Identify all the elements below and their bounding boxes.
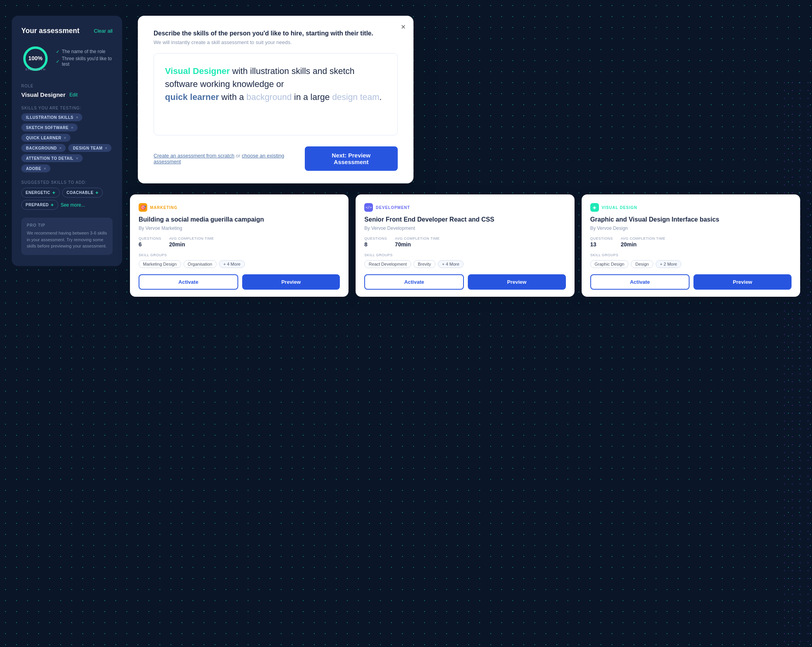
add-energetic-icon[interactable]: +	[52, 190, 56, 196]
clear-all-button[interactable]: Clear all	[94, 28, 113, 34]
skill-tag-adobe[interactable]: ADOBE ×	[21, 165, 50, 172]
questions-value-dev: 8	[364, 241, 387, 248]
card-title-marketing: Building a social media guerilla campaig…	[139, 216, 340, 224]
card-title-design: Graphic and Visual Design Interface basi…	[590, 216, 792, 224]
skill-group-tags-marketing: Marketing Design Organisation + 4 More	[139, 260, 340, 268]
sidebar: Your assessment Clear all 100% STRENGTH …	[12, 16, 122, 266]
remove-background-icon[interactable]: ×	[59, 146, 62, 150]
preview-button-design[interactable]: Preview	[693, 274, 792, 290]
card-development: </> DEVELOPMENT Senior Front End Develop…	[356, 194, 574, 297]
skill-group-tags-dev: React Development Brevity + 4 More	[364, 260, 565, 268]
see-more-button[interactable]: See more...	[61, 200, 85, 210]
role-section: ROLE Visual Designer Edit	[21, 84, 113, 98]
card-stats-design: QUESTIONS 13 AVG COMPLETION TIME 20min	[590, 237, 792, 248]
suggested-tags: ENERGETIC + COACHABLE + PREPARED + See m…	[21, 188, 113, 210]
completion-value: 20min	[169, 241, 214, 248]
skill-group-tags-design: Graphic Design Design + 2 More	[590, 260, 792, 268]
suggested-coachable[interactable]: COACHABLE +	[62, 188, 103, 198]
skill-tag-attention[interactable]: ATTENTION TO DETAIL ×	[21, 154, 83, 162]
footer-links: Create an assessment from scratch or cho…	[154, 153, 305, 165]
remove-adobe-icon[interactable]: ×	[44, 166, 46, 171]
skill-group-tag-brevity: Brevity	[413, 260, 436, 268]
pro-tip-box: PRO TIP We recommend having between 3-6 …	[21, 218, 113, 255]
text-background: background	[247, 92, 292, 102]
progress-section: 100% STRENGTH ✓ The name of the role ✓ T…	[21, 44, 113, 73]
completion-stat-design: AVG COMPLETION TIME 20min	[621, 237, 666, 248]
marketing-label: MARKETING	[150, 205, 178, 210]
check-icon-1: ✓	[56, 49, 59, 54]
suggested-energetic[interactable]: ENERGETIC +	[21, 188, 60, 198]
progress-circle: 100% STRENGTH	[21, 44, 50, 73]
modal-subtitle: We will instantly create a skill assessm…	[154, 39, 398, 45]
suggested-prepared[interactable]: PREPARED +	[21, 200, 58, 210]
skill-group-tag-1: Marketing Design	[139, 260, 181, 268]
more-tag-design[interactable]: + 2 More	[656, 260, 682, 268]
remove-quick-learner-icon[interactable]: ×	[64, 135, 67, 140]
skill-description-text-box[interactable]: Visual Designer with illustration skills…	[154, 53, 398, 135]
checklist-item-2: ✓ Three skills you'd like to test	[56, 56, 113, 67]
skills-section: SKILLS YOU ARE TESTING: ILLUSTRATION SKI…	[21, 106, 113, 172]
completion-value-design: 20min	[621, 241, 666, 248]
create-from-scratch-link[interactable]: Create an assessment from scratch	[154, 153, 234, 159]
text-visual-designer: Visual Designer	[165, 66, 230, 76]
card-author-marketing: By Vervoe Marketing	[139, 226, 340, 231]
add-prepared-icon[interactable]: +	[51, 202, 54, 208]
sidebar-header: Your assessment Clear all	[21, 27, 113, 35]
design-label: VISUAL DESIGN	[602, 205, 638, 210]
card-category-dev: </> DEVELOPMENT	[364, 203, 565, 212]
completion-value-dev: 70min	[395, 241, 440, 248]
preview-button-marketing[interactable]: Preview	[242, 274, 340, 290]
skill-tag-design-team[interactable]: DESIGN TEAM ×	[68, 144, 111, 152]
remove-sketch-icon[interactable]: ×	[71, 125, 74, 130]
dev-icon: </>	[364, 203, 373, 212]
marketing-icon: 🎯	[139, 203, 147, 212]
more-tag-dev[interactable]: + 4 More	[438, 260, 464, 268]
modal-title: Describe the skills of the person you'd …	[154, 30, 398, 37]
remove-illustration-icon[interactable]: ×	[76, 115, 78, 120]
card-stats-dev: QUESTIONS 8 AVG COMPLETION TIME 70min	[364, 237, 565, 248]
questions-value: 6	[139, 241, 161, 248]
skill-tag-illustration[interactable]: ILLUSTRATION SKILLS ×	[21, 113, 82, 121]
skill-groups-label-dev: SKILL GROUPS	[364, 253, 565, 257]
skill-tag-quick-learner[interactable]: QUICK LEARNER ×	[21, 134, 70, 142]
checklist: ✓ The name of the role ✓ Three skills yo…	[56, 49, 113, 68]
completion-stat: AVG COMPLETION TIME 20min	[169, 237, 214, 248]
card-title-dev: Senior Front End Developer React and CSS	[364, 216, 565, 224]
remove-attention-icon[interactable]: ×	[76, 156, 79, 161]
card-category-marketing: 🎯 MARKETING	[139, 203, 340, 212]
questions-stat-design: QUESTIONS 13	[590, 237, 613, 248]
modal-footer: Create an assessment from scratch or cho…	[154, 146, 398, 171]
activate-button-design[interactable]: Activate	[590, 274, 690, 290]
footer-or-text: or	[236, 153, 242, 159]
text-part3: in a large	[292, 92, 332, 102]
edit-role-button[interactable]: Edit	[69, 92, 78, 98]
activate-button-marketing[interactable]: Activate	[139, 274, 238, 290]
questions-stat-dev: QUESTIONS 8	[364, 237, 387, 248]
skill-groups-label-design: SKILL GROUPS	[590, 253, 792, 257]
text-part2: with a	[219, 92, 247, 102]
skill-group-tag-design: Design	[631, 260, 653, 268]
card-marketing: 🎯 MARKETING Building a social media guer…	[130, 194, 349, 297]
design-icon: ◈	[590, 203, 599, 212]
skills-label: SKILLS YOU ARE TESTING:	[21, 106, 113, 110]
skill-groups-label-marketing: SKILL GROUPS	[139, 253, 340, 257]
dev-label: DEVELOPMENT	[376, 205, 410, 210]
skill-group-tag-2: Organisation	[184, 260, 217, 268]
text-quick-learner: quick learner	[165, 92, 219, 102]
check-icon-2: ✓	[56, 59, 59, 64]
skill-tag-background[interactable]: BACKGROUND ×	[21, 144, 66, 152]
activate-button-dev[interactable]: Activate	[364, 274, 464, 290]
skill-tag-sketch[interactable]: SKETCH SOFTWARE ×	[21, 124, 78, 131]
pro-tip-label: PRO TIP	[27, 223, 107, 227]
preview-button-dev[interactable]: Preview	[468, 274, 566, 290]
role-value: Visual Designer Edit	[21, 91, 113, 98]
completion-stat-dev: AVG COMPLETION TIME 70min	[395, 237, 440, 248]
more-tag-marketing[interactable]: + 4 More	[219, 260, 245, 268]
remove-design-team-icon[interactable]: ×	[105, 146, 108, 150]
pro-tip-text: We recommend having between 3-6 skills i…	[27, 230, 107, 250]
modal-close-button[interactable]: ×	[401, 23, 406, 31]
suggested-label: SUGGESTED SKILLS TO ADD:	[21, 180, 113, 185]
next-preview-button[interactable]: Next: Preview Assessment	[305, 146, 398, 171]
add-coachable-icon[interactable]: +	[95, 190, 98, 196]
card-visual-design: ◈ VISUAL DESIGN Graphic and Visual Desig…	[582, 194, 800, 297]
